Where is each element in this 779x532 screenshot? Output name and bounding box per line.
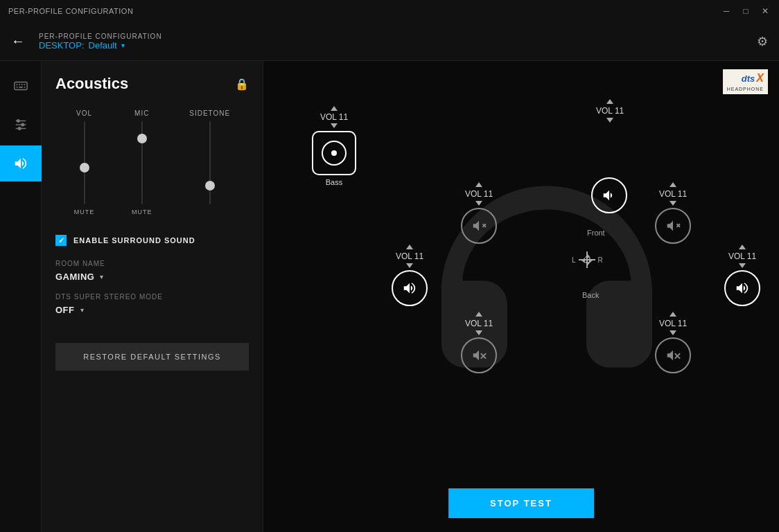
front-left-vol: VOL 11 — [465, 189, 493, 199]
dts-subtitle: HEADPHONE — [727, 87, 764, 91]
dts-stereo-label: DTS SUPER STEREO MODE — [55, 293, 249, 301]
sidetone-slider-thumb[interactable] — [205, 181, 215, 190]
side-left-vol: VOL 11 — [396, 251, 423, 261]
svg-point-11 — [17, 120, 19, 123]
vol-mute-label: MUTE — [74, 209, 95, 215]
side-left-speaker: VOL 11 — [392, 245, 428, 306]
vol-label: VOL — [76, 109, 92, 117]
rear-left-speaker-btn[interactable] — [461, 337, 497, 373]
profile-label: DESKTOP: — [39, 40, 85, 51]
main-layout: Acoustics 🔒 VOL MUTE MIC MUTE — [0, 61, 779, 532]
bass-vol-down-arrow[interactable] — [331, 123, 338, 128]
center-speaker-btn[interactable] — [591, 177, 627, 213]
dts-logo: dts X HEADPHONE — [723, 69, 768, 94]
panel-header: Acoustics 🔒 — [55, 75, 249, 93]
headphone-silhouette — [415, 159, 679, 423]
room-name-section: ROOM NAME GAMING ▾ — [55, 260, 249, 282]
room-name-dropdown[interactable]: GAMING ▾ — [55, 272, 249, 282]
front-right-vol-down[interactable] — [669, 201, 676, 206]
mic-slider-thumb[interactable] — [137, 134, 147, 143]
front-right-vol: VOL 11 — [659, 189, 687, 199]
side-right-vol: VOL 11 — [728, 251, 756, 261]
svg-point-13 — [18, 127, 21, 130]
rear-right-vol: VOL 11 — [659, 319, 687, 328]
side-left-speaker-btn[interactable] — [392, 270, 428, 306]
mic-label: MIC — [134, 109, 149, 117]
rear-left-vol-up[interactable] — [475, 312, 482, 317]
title-bar: PER-PROFILE CONFIGURATION ─ □ ✕ — [0, 0, 779, 22]
side-left-vol-down[interactable] — [406, 263, 413, 268]
window-controls: ─ □ ✕ — [721, 6, 771, 17]
rear-right-vol-down[interactable] — [669, 330, 676, 335]
front-center-vol-up[interactable] — [606, 99, 613, 104]
center-speaker — [591, 177, 627, 213]
vol-slider-track[interactable] — [84, 121, 85, 204]
bass-vol-label: VOL 11 — [320, 112, 348, 122]
back-button[interactable]: ← — [11, 33, 25, 49]
vol-slider-thumb[interactable] — [80, 163, 89, 172]
title-bar-text: PER-PROFILE CONFIGURATION — [8, 7, 133, 15]
profile-name: Default — [89, 40, 117, 51]
back-label: Back — [582, 288, 599, 301]
dts-stereo-chevron-icon: ▾ — [80, 306, 84, 314]
svg-rect-1 — [16, 84, 17, 85]
bass-speaker-button[interactable] — [312, 131, 356, 175]
svg-rect-7 — [24, 87, 25, 88]
mic-slider-track[interactable] — [141, 121, 143, 204]
front-center-vol-down[interactable] — [606, 118, 613, 123]
surround-sound-row: ✓ ENABLE SURROUND SOUND — [55, 235, 249, 246]
side-left-vol-up[interactable] — [406, 245, 413, 249]
front-center-vol: VOL 11 — [596, 106, 624, 116]
bass-vol-up-arrow[interactable] — [331, 106, 338, 111]
right-label: R — [598, 256, 603, 264]
rear-right-speaker-btn[interactable] — [655, 337, 691, 373]
left-panel: Acoustics 🔒 VOL MUTE MIC MUTE — [42, 61, 263, 532]
rear-left-vol-down[interactable] — [475, 330, 482, 335]
front-left-speaker-btn[interactable] — [461, 208, 497, 244]
settings-button[interactable]: ⚙ — [757, 34, 768, 49]
svg-rect-2 — [19, 84, 20, 85]
sidetone-label: SIDETONE — [189, 109, 230, 117]
front-left-vol-down[interactable] — [475, 201, 482, 206]
side-right-speaker: VOL 11 — [724, 245, 760, 306]
room-name-value: GAMING — [55, 272, 94, 282]
rear-right-vol-up[interactable] — [669, 312, 676, 317]
left-label: L — [572, 256, 576, 264]
front-left-speaker: VOL 11 — [461, 182, 497, 244]
dts-stereo-value: OFF — [55, 305, 75, 315]
minimize-button[interactable]: ─ — [721, 6, 732, 17]
front-label: Front — [587, 226, 605, 238]
rear-left-vol: VOL 11 — [465, 319, 493, 328]
surround-sound-checkbox[interactable]: ✓ — [55, 235, 67, 246]
svg-point-12 — [21, 123, 24, 126]
front-right-vol-up[interactable] — [669, 182, 676, 187]
mic-slider-col: MIC MUTE — [132, 109, 152, 215]
surround-sound-label: ENABLE SURROUND SOUND — [73, 236, 195, 245]
mic-mute-label: MUTE — [132, 209, 152, 215]
sidebar-item-equalizer[interactable] — [0, 107, 42, 143]
close-button[interactable]: ✕ — [760, 6, 771, 17]
center-crosshair: L R — [572, 251, 603, 268]
rear-right-speaker: VOL 11 — [655, 312, 691, 373]
side-right-vol-up[interactable] — [739, 245, 746, 249]
front-right-speaker-btn[interactable] — [655, 208, 691, 244]
dts-stereo-section: DTS SUPER STEREO MODE OFF ▾ — [55, 293, 249, 315]
side-right-vol-down[interactable] — [739, 263, 746, 268]
bass-speaker: VOL 11 Bass — [312, 106, 356, 186]
front-left-vol-up[interactable] — [475, 182, 482, 187]
sidebar-item-audio[interactable] — [0, 145, 42, 181]
maximize-button[interactable]: □ — [740, 6, 751, 17]
sliders-row: VOL MUTE MIC MUTE SIDETONE — [55, 109, 249, 215]
vol-slider-col: VOL MUTE — [74, 109, 95, 215]
stop-test-button[interactable]: STOP TEST — [448, 488, 594, 518]
sidebar-item-keyboard[interactable] — [0, 68, 42, 104]
lock-icon: 🔒 — [235, 78, 249, 91]
restore-default-button[interactable]: RESTORE DEFAULT SETTINGS — [55, 343, 249, 371]
profile-selector[interactable]: DESKTOP: Default ▾ — [39, 40, 162, 51]
sidetone-slider-track[interactable] — [209, 121, 211, 204]
side-right-speaker-btn[interactable] — [724, 270, 760, 306]
svg-rect-0 — [14, 82, 26, 90]
sidetone-slider-col: SIDETONE — [189, 109, 230, 215]
dts-stereo-dropdown[interactable]: OFF ▾ — [55, 305, 249, 315]
sidebar — [0, 61, 42, 532]
